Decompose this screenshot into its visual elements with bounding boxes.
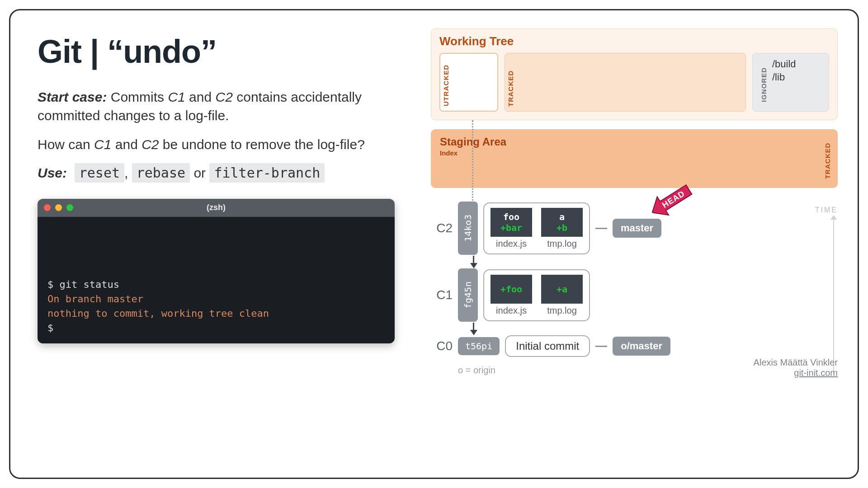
working-tree-area: Working Tree UTRACKED TRACKED IGNORED /b… [431,28,838,120]
credits: Alexis Määttä Vinkler git-init.com [754,357,838,378]
commit-graph: TIME C2 14ko3 foo +bar index.js [431,202,838,375]
file-name-c1-log: tmp.log [547,305,577,316]
commit-hash-c0: t56pi [458,337,500,355]
file-col-c1-2: +a tmp.log [541,275,583,316]
file-col-c2-1: foo +bar index.js [491,208,532,249]
author-site: git-init.com [754,368,838,378]
file-block-c1-log: +a [541,275,583,304]
terminal-title: (zsh) [38,203,395,212]
cmd-rebase: rebase [132,163,190,183]
terminal-line-1: $ git status [47,277,385,292]
ignored-items: /build /lib [772,58,796,107]
tracked-label: TRACKED [505,53,516,111]
use-line: Use: reset, rebase or filter-branch [38,165,404,181]
untracked-box: UTRACKED [439,53,498,112]
file-block-c2-log: a +b [541,208,583,237]
commit-row-c1: C1 fg45n +foo index.js +a tmp.log [431,268,838,322]
question-paragraph: How can C1 and C2 be undone to remove th… [38,136,404,154]
branch-master: master [613,219,661,238]
commit-hash-c1: fg45n [458,268,478,322]
commit-card-c2: foo +bar index.js a +b tmp.log [483,202,590,254]
file-col-c2-2: a +b tmp.log [541,208,583,249]
working-tree-row: UTRACKED TRACKED IGNORED /build /lib [439,53,829,112]
terminal-line-2: On branch master [47,292,385,306]
terminal-body: $ git status On branch master nothing to… [38,217,395,343]
terminal-line-3: nothing to commit, working tree clean [47,306,385,321]
staging-sub: Index [440,149,829,157]
working-tree-title: Working Tree [439,34,829,48]
dotted-connector [472,120,473,215]
start-case-label: Start case: [38,89,107,104]
utracked-label: UTRACKED [440,54,452,111]
terminal-line-4: $ [47,321,385,335]
staging-title: Staging Area [440,136,829,148]
commit-msg-c0: Initial commit [505,335,590,357]
commit-label-c0: C0 [431,339,453,353]
terminal-window: (zsh) $ git status On branch master noth… [38,199,395,343]
slide-frame: Git | “undo” Start case: Commits C1 and … [9,9,859,479]
connector-line-c2 [595,228,607,229]
staging-area: Staging Area Index TRACKED [431,129,838,188]
left-column: Git | “undo” Start case: Commits C1 and … [38,33,404,343]
branch-o-master: o/master [613,337,670,356]
tracked-box: TRACKED [505,53,746,112]
commit-card-c1: +foo index.js +a tmp.log [483,269,590,321]
connector-line-c0 [595,346,607,347]
file-col-c1-1: +foo index.js [491,275,532,316]
terminal-titlebar: (zsh) [38,199,395,217]
commit-label-c1: C1 [431,288,453,302]
cmd-filter-branch: filter-branch [209,163,325,183]
start-case-paragraph: Start case: Commits C1 and C2 contains a… [38,88,404,125]
commit-row-c2: C2 14ko3 foo +bar index.js a +b [431,202,838,255]
use-label: Use: [38,165,67,180]
cmd-reset: reset [75,163,124,183]
commit-label-c2: C2 [431,221,453,235]
ignored-box: IGNORED /build /lib [752,53,829,112]
file-block-c1-index: +foo [491,275,532,304]
file-block-c2-index: foo +bar [491,208,532,237]
commit-row-c0: C0 t56pi Initial commit o/master [431,335,838,357]
file-name-c2-index: index.js [496,239,527,249]
ignored-label: IGNORED [758,58,769,107]
arrow-down-1 [470,263,477,268]
commit-hash-c2: 14ko3 [458,202,478,255]
file-name-c2-log: tmp.log [547,239,577,249]
right-column: Working Tree UTRACKED TRACKED IGNORED /b… [431,28,847,375]
arrow-down-2 [470,330,477,335]
slide-title: Git | “undo” [38,33,404,70]
staging-tracked-label: TRACKED [822,134,833,183]
file-name-c1-index: index.js [496,305,527,316]
author-name: Alexis Määttä Vinkler [754,357,838,368]
